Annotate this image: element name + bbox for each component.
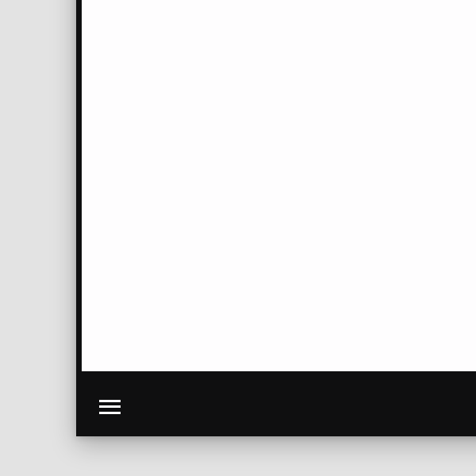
- hamburger-line: [99, 412, 121, 414]
- hamburger-line: [99, 405, 121, 408]
- hamburger-menu-icon[interactable]: [99, 400, 121, 414]
- hamburger-line: [99, 400, 121, 402]
- bottom-bar: [82, 377, 476, 436]
- content-area: [82, 0, 476, 371]
- device-frame: [76, 0, 476, 436]
